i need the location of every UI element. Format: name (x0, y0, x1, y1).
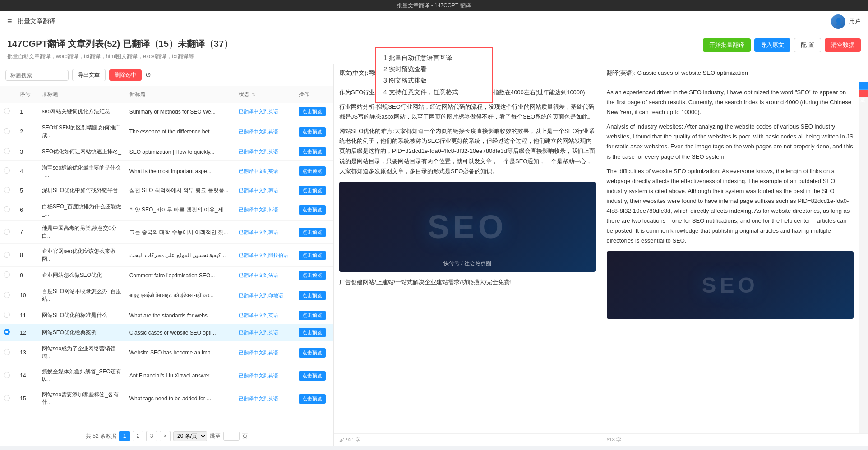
seo-caption: 快传号 / 社会热点圈 (339, 259, 596, 268)
page-btn-next[interactable]: > (160, 431, 171, 441)
row-radio[interactable] (0, 103, 16, 120)
preview-button[interactable]: 点击预览 (299, 166, 326, 176)
page-jump-input[interactable] (223, 432, 240, 441)
row-action[interactable]: 点击预览 (295, 120, 333, 143)
row-status: 已翻译中文到韩语 (235, 182, 295, 199)
page-btn-1[interactable]: 1 (119, 431, 130, 441)
table-row: 1 seo网站关键词优化方法汇总 Summary of Methods for … (0, 103, 333, 120)
row-radio[interactable] (0, 161, 16, 182)
page-label: 页 (242, 432, 248, 440)
row-action[interactable]: 点击预览 (295, 199, 333, 221)
article-table: 序号 原标题 新标题 状态 ⇅ 操作 1 seo网站关键词优化方法汇总 Summ… (0, 86, 333, 426)
row-radio[interactable] (0, 284, 16, 307)
preview-button[interactable]: 点击预览 (299, 291, 326, 300)
preview-button[interactable]: 点击预览 (299, 205, 326, 215)
row-number: 2 (16, 120, 38, 143)
table-row: 13 网站seo成为了企业网络营销领域... Website SEO has b… (0, 341, 333, 364)
right-panels: 原文(中文):网站SEO优化经典案例 作为SEO行业的老司机，我把SEO这个词优… (334, 64, 868, 446)
row-radio[interactable] (0, 341, 16, 364)
row-original: 淘宝seo标题优化最主要的是什么_... (38, 161, 126, 182)
header-right: 👤 用户 (831, 14, 861, 29)
translated-panel-content: As an experienced driver in the SEO indu… (601, 82, 859, 433)
row-number: 10 (16, 284, 38, 307)
menu-icon[interactable]: ≡ (7, 17, 12, 26)
row-new-title: Website SEO has become an imp... (126, 341, 235, 364)
preview-button[interactable]: 点击预览 (299, 311, 326, 320)
preview-button[interactable]: 点击预览 (299, 147, 326, 156)
row-radio[interactable] (0, 199, 16, 221)
preview-button[interactable]: 点击预览 (299, 348, 326, 358)
row-status: 已翻译中文到英语 (235, 161, 295, 182)
table-row: 5 深圳SEO优化中如何找外链平台_ 심천 SEO 최적화에서 외부 링크 플랫… (0, 182, 333, 199)
table-row: 2 SEO和SEM的区别精髓,如何推广成... The essence of t… (0, 120, 333, 143)
articles-table: 序号 原标题 新标题 状态 ⇅ 操作 1 seo网站关键词优化方法汇总 Summ… (0, 86, 333, 410)
side-tab-translate[interactable]: 还 (859, 82, 868, 90)
row-action[interactable]: 点击预览 (295, 103, 333, 120)
row-action[interactable]: 点击预览 (295, 387, 333, 410)
export-button[interactable]: 导出文章 (72, 69, 106, 81)
row-action[interactable]: 点击预览 (295, 324, 333, 341)
row-new-title: Comment faire l'optimisation SEO... (126, 267, 235, 284)
preview-button[interactable]: 点击预览 (299, 271, 326, 280)
preview-button[interactable]: 点击预览 (299, 328, 326, 337)
row-radio[interactable] (0, 182, 16, 199)
header: ≡ 批量文章翻译 👤 用户 (0, 11, 868, 32)
table-row: 4 淘宝seo标题优化最主要的是什么_... What is the most … (0, 161, 333, 182)
row-radio[interactable] (0, 143, 16, 161)
row-radio[interactable] (0, 387, 16, 410)
row-status: 已翻译中文到法语 (235, 267, 295, 284)
row-number: 4 (16, 161, 38, 182)
th-no: 序号 (16, 86, 38, 103)
row-radio[interactable] (0, 267, 16, 284)
row-status: 已翻译中文到英语 (235, 364, 295, 387)
per-page-select[interactable]: 20 条/页 50 条/页 (173, 431, 207, 441)
preview-button[interactable]: 点击预览 (299, 107, 326, 116)
row-action[interactable]: 点击预览 (295, 307, 333, 324)
preview-button[interactable]: 点击预览 (299, 228, 326, 237)
row-action[interactable]: 点击预览 (295, 364, 333, 387)
row-radio[interactable] (0, 244, 16, 267)
row-status: 已翻译中文到阿拉伯语 (235, 244, 295, 267)
table-row: 7 他是中国高考的另类,故意交0分白... 그는 중국의 대학 수능에서 이례적… (0, 221, 333, 244)
row-original: 百度SEO网站不收录怎么办_百度站... (38, 284, 126, 307)
row-action[interactable]: 点击预览 (295, 284, 333, 307)
preview-button[interactable]: 点击预览 (299, 186, 326, 195)
row-action[interactable]: 点击预览 (295, 143, 333, 161)
row-radio[interactable] (0, 307, 16, 324)
clear-data-button[interactable]: 清空数据 (825, 38, 861, 52)
row-number: 11 (16, 307, 38, 324)
row-number: 3 (16, 143, 38, 161)
search-input[interactable] (5, 70, 69, 81)
row-action[interactable]: 点击预览 (295, 267, 333, 284)
delete-button[interactable]: 删除选中 (109, 69, 142, 81)
config-button[interactable]: 配 置 (794, 38, 821, 52)
row-original: 网站SEO优化的标准是什么_ (38, 307, 126, 324)
row-action[interactable]: 点击预览 (295, 341, 333, 364)
row-status: 已翻译中文到韩语 (235, 199, 295, 221)
row-action[interactable]: 点击预览 (295, 221, 333, 244)
row-radio[interactable] (0, 324, 16, 341)
refresh-icon[interactable]: ↺ (145, 71, 151, 79)
start-batch-button[interactable]: 开始批量翻译 (703, 38, 751, 52)
row-number: 1 (16, 103, 38, 120)
row-radio[interactable] (0, 364, 16, 387)
sort-icon: ⇅ (252, 92, 255, 97)
orig-para-3: 网站SEO优化的难点:大家都知道一个内页的链接长度直接影响收效的效果，以上是一个… (339, 126, 596, 176)
preview-button[interactable]: 点击预览 (299, 251, 326, 260)
row-action[interactable]: 点击预览 (295, 244, 333, 267)
row-action[interactable]: 点击预览 (295, 182, 333, 199)
preview-button[interactable]: 点击预览 (299, 394, 326, 404)
page-btn-3[interactable]: 3 (146, 431, 157, 441)
left-panel: 导出文章 删除选中 ↺ 序号 原标题 新标题 状态 ⇅ 操作 (0, 64, 334, 446)
import-text-button[interactable]: 导入原文 (754, 38, 790, 52)
row-action[interactable]: 点击预览 (295, 161, 333, 182)
row-new-title: 그는 중국의 대학 수능에서 이례적인 졌... (126, 221, 235, 244)
page-btn-2[interactable]: 2 (133, 431, 143, 441)
row-radio[interactable] (0, 120, 16, 143)
preview-button[interactable]: 点击预览 (299, 127, 326, 137)
row-radio[interactable] (0, 221, 16, 244)
side-tab-article[interactable]: 文章 (859, 90, 868, 97)
table-row: 6 白杨SEO_百度快排为什么还能做_... 백양 SEO_바이두 빠른 캠핑의… (0, 199, 333, 221)
preview-button[interactable]: 点击预览 (299, 371, 326, 381)
translated-panel-footer: 618 字 (601, 433, 868, 446)
